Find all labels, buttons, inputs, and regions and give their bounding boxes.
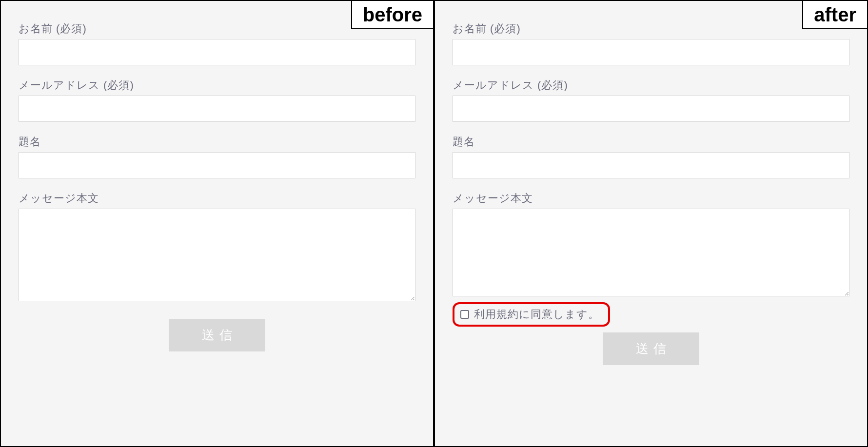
field-group-name: お名前 (必須)	[453, 21, 849, 65]
field-group-subject: 題名	[453, 135, 849, 178]
field-group-email: メールアドレス (必須)	[453, 78, 849, 122]
acceptance-label: 利用規約に同意します。	[474, 307, 599, 322]
acceptance-row: 利用規約に同意します。	[453, 302, 849, 327]
acceptance-checkbox[interactable]	[460, 310, 469, 319]
submit-row: 送信	[19, 319, 415, 351]
submit-row: 送信	[453, 332, 849, 365]
label-subject: 題名	[453, 135, 849, 149]
label-message: メッセージ本文	[19, 191, 415, 206]
input-email[interactable]	[453, 96, 849, 122]
panel-tag-after: after	[802, 0, 868, 29]
label-name: お名前 (必須)	[453, 21, 849, 36]
label-message: メッセージ本文	[453, 191, 849, 206]
input-email[interactable]	[19, 96, 415, 122]
submit-button[interactable]: 送信	[603, 332, 699, 365]
label-subject: 題名	[19, 135, 415, 149]
input-subject[interactable]	[453, 152, 849, 178]
submit-button[interactable]: 送信	[169, 319, 265, 351]
field-group-email: メールアドレス (必須)	[19, 78, 415, 122]
panel-after: after お名前 (必須) メールアドレス (必須) 題名 メッセージ本文 利…	[434, 0, 868, 447]
acceptance-highlight: 利用規約に同意します。	[453, 302, 610, 327]
input-name[interactable]	[19, 39, 415, 65]
field-group-message: メッセージ本文	[453, 191, 849, 298]
textarea-message[interactable]	[453, 209, 849, 296]
panel-tag-before: before	[351, 0, 434, 29]
field-group-message: メッセージ本文	[19, 191, 415, 303]
input-name[interactable]	[453, 39, 849, 65]
textarea-message[interactable]	[19, 209, 415, 301]
panel-before: before お名前 (必須) メールアドレス (必須) 題名 メッセージ本文 …	[0, 0, 434, 447]
label-email: メールアドレス (必須)	[453, 78, 849, 93]
field-group-subject: 題名	[19, 135, 415, 178]
label-email: メールアドレス (必須)	[19, 78, 415, 93]
input-subject[interactable]	[19, 152, 415, 178]
